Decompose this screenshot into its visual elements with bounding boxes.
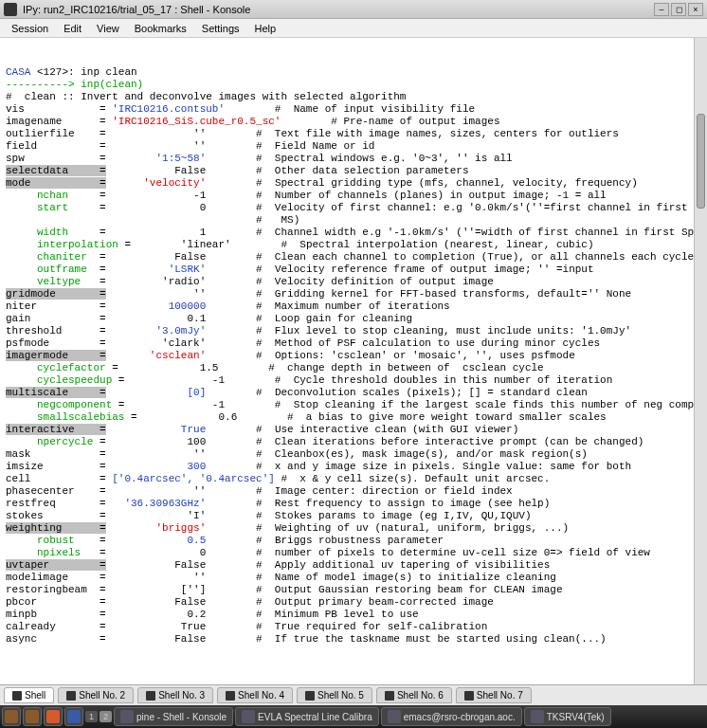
tab-label: Shell No. 7 (477, 690, 523, 701)
terminal-line: field = '' # Field Name or id (6, 140, 701, 153)
menubar: SessionEditViewBookmarksSettingsHelp (0, 19, 707, 38)
menu-icon[interactable] (2, 707, 21, 726)
tab-label: Shell No. 3 (158, 690, 205, 701)
window-controls: – ◻ × (654, 3, 703, 16)
konsole-tab[interactable]: Shell No. 7 (456, 687, 532, 703)
terminal-line: npixels = 0 # number of pixels to determ… (6, 547, 701, 559)
terminal-icon (12, 691, 22, 701)
app-icon (120, 710, 134, 723)
app-icon (242, 710, 255, 723)
konsole-tab[interactable]: Shell (4, 687, 54, 703)
desktop-switcher[interactable]: 1 (85, 711, 98, 722)
desktop-switcher[interactable]: 2 (100, 711, 112, 722)
terminal-line: imsize = 300 # x and y image size in pix… (6, 461, 701, 473)
terminal-line: chaniter = False # Clean each channel to… (6, 251, 701, 264)
thunderbird-icon[interactable] (64, 707, 83, 726)
menu-settings[interactable]: Settings (194, 21, 247, 36)
taskbar-item[interactable]: pine - Shell - Konsole (114, 707, 233, 726)
terminal-line: npercycle = 100 # Clean iterations befor… (6, 436, 701, 448)
terminal-line: restfreq = '36.30963GHz' # Rest frequenc… (6, 498, 701, 510)
terminal-line: cyclespeedup = -1 # Cycle threshold doub… (6, 374, 701, 387)
tab-label: Shell No. 2 (79, 690, 125, 701)
terminal-line: multiscale = [0] # Deconvolution scales … (6, 387, 701, 399)
taskbar-item[interactable]: emacs@rsro-cbrogan.aoc. (381, 707, 522, 726)
terminal-line: minpb = 0.2 # Minimum PB level to use (6, 609, 701, 621)
terminal-line: niter = 100000 # Maximum number of itera… (6, 300, 701, 313)
tab-label: Shell No. 5 (317, 690, 364, 701)
terminal-line: spw = '1:5~58' # Spectral windows e.g. '… (6, 153, 701, 165)
terminal-line: cell = ['0.4arcsec', '0.4arcsec'] # x & … (6, 473, 701, 485)
terminal-line: width = 1 # Channel width e.g '-1.0km/s'… (6, 227, 701, 239)
terminal-line: imagermode = 'csclean' # Options: 'cscle… (6, 350, 701, 362)
minimize-button[interactable]: – (654, 3, 669, 16)
maximize-button[interactable]: ◻ (671, 3, 686, 16)
terminal-line: phasecenter = '' # Image center: directi… (6, 485, 701, 498)
menu-session[interactable]: Session (4, 21, 56, 36)
taskbar-item-label: EVLA Spectral Line Calibra (258, 712, 372, 722)
konsole-tabbar: ShellShell No. 2Shell No. 3Shell No. 4Sh… (0, 684, 707, 705)
terminal-line: # clean :: Invert and deconvolve images … (6, 91, 701, 103)
taskbar-item-label: TKSRV4(Tek) (547, 712, 605, 722)
terminal-icon (305, 691, 315, 701)
terminal[interactable]: CASA <127>: inp clean----------> inp(cle… (0, 38, 707, 684)
tab-label: Shell No. 6 (397, 690, 444, 701)
terminal-line: stokes = 'I' # Stokes params to image (e… (6, 510, 701, 522)
close-button[interactable]: × (688, 3, 703, 16)
terminal-line: pbcor = False # Output primary beam-corr… (6, 596, 701, 609)
terminal-line: interpolation = 'linear' # Spectral inte… (6, 239, 701, 251)
taskbar-item[interactable]: EVLA Spectral Line Calibra (235, 707, 379, 726)
terminal-line: negcomponent = -1 # Stop cleaning if the… (6, 399, 701, 411)
app-icon (531, 710, 544, 723)
konsole-tab[interactable]: Shell No. 4 (217, 687, 293, 703)
terminal-line: nchan = -1 # Number of channels (planes)… (6, 190, 701, 202)
scrollbar[interactable] (694, 38, 707, 684)
terminal-line: # MS) (6, 214, 701, 227)
terminal-icon (66, 691, 76, 701)
terminal-icon (146, 691, 155, 701)
terminal-line: threshold = '3.0mJy' # Flux level to sto… (6, 325, 701, 337)
terminal-line: mask = '' # Cleanbox(es), mask image(s),… (6, 448, 701, 461)
terminal-line: psfmode = 'clark' # Method of PSF calcul… (6, 337, 701, 350)
tab-label: Shell No. 4 (238, 690, 284, 701)
konsole-tab[interactable]: Shell No. 2 (58, 687, 134, 703)
app-icon (388, 710, 401, 723)
terminal-line: uvtaper = False # Apply additional uv ta… (6, 559, 701, 572)
menu-help[interactable]: Help (247, 21, 284, 36)
menu-bookmarks[interactable]: Bookmarks (127, 21, 194, 36)
terminal-line: vis = 'IRC10216.contsub' # Name of input… (6, 103, 701, 116)
terminal-line: restoringbeam = [''] # Output Gaussian r… (6, 584, 701, 596)
taskbar-item-label: pine - Shell - Konsole (136, 712, 227, 722)
taskbar-item[interactable]: TKSRV4(Tek) (524, 707, 611, 726)
terminal-icon (226, 691, 235, 701)
menu-view[interactable]: View (89, 21, 127, 36)
tab-label: Shell (25, 690, 45, 701)
konsole-tab[interactable]: Shell No. 5 (297, 687, 372, 703)
terminal-line: selectdata = False # Other data selectio… (6, 165, 701, 177)
terminal-line: interactive = True # Use interactive cle… (6, 424, 701, 436)
scrollbar-thumb[interactable] (697, 114, 705, 209)
taskbar: 12pine - Shell - KonsoleEVLA Spectral Li… (0, 705, 707, 728)
terminal-line: CASA <127>: inp clean (6, 66, 701, 79)
window-title: IPy: run2_IRC10216/trial_05_17 : Shell -… (23, 4, 654, 15)
terminal-line: robust = 0.5 # Briggs robustness paramet… (6, 535, 701, 547)
terminal-line: calready = True # True required for self… (6, 621, 701, 633)
terminal-line: gridmode = '' # Gridding kernel for FFT-… (6, 288, 701, 300)
firefox-icon[interactable] (44, 707, 63, 726)
terminal-line: cyclefactor = 1.5 # change depth in betw… (6, 362, 701, 374)
menu-edit[interactable]: Edit (56, 21, 89, 36)
terminal-line: modelimage = '' # Name of model image(s)… (6, 572, 701, 584)
konsole-tab[interactable]: Shell No. 6 (376, 687, 452, 703)
terminal-line: smallscalebias = 0.6 # a bias to give mo… (6, 411, 701, 424)
terminal-line: imagename = 'IRC10216_SiS.cube_r0.5_sc' … (6, 116, 701, 128)
terminal-line: gain = 0.1 # Loop gain for cleaning (6, 313, 701, 325)
konsole-tab[interactable]: Shell No. 3 (137, 687, 213, 703)
app-icon (4, 3, 17, 16)
terminal-line: start = 0 # Velocity of first channel: e… (6, 202, 701, 214)
system-icon[interactable] (23, 707, 42, 726)
terminal-line: mode = 'velocity' # Spectral gridding ty… (6, 177, 701, 190)
terminal-line: veltype = 'radio' # Velocity definition … (6, 276, 701, 288)
terminal-line: outlierfile = '' # Text file with image … (6, 128, 701, 140)
taskbar-item-label: emacs@rsro-cbrogan.aoc. (404, 712, 516, 722)
terminal-line: async = False # If true the taskname mus… (6, 633, 701, 646)
terminal-line: weighting = 'briggs' # Weighting of uv (… (6, 522, 701, 535)
